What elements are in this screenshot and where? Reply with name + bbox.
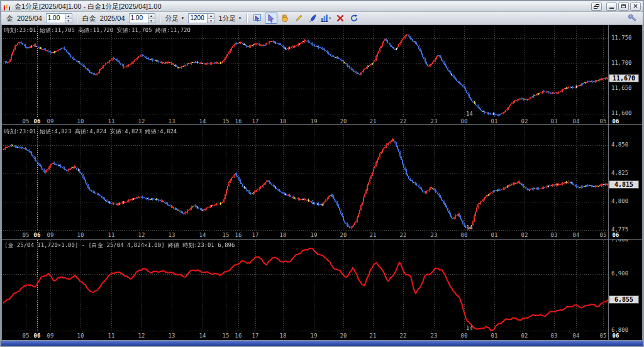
- time-axis-label: 19: [308, 333, 320, 339]
- spin-up-icon[interactable]: ▲: [65, 14, 72, 19]
- price-axis-label: 4,775: [611, 226, 628, 233]
- gold-ratio-spinner[interactable]: 1.00 ▲▼: [46, 13, 72, 23]
- crosshair-select-icon: [253, 14, 262, 23]
- time-axis-label: 11: [105, 333, 118, 339]
- spin-down-icon[interactable]: ▼: [148, 19, 155, 23]
- window-title: 金1分足[2025/04]1.00 - 白金1分足[2025/04]1.00: [14, 2, 162, 11]
- delete-x-icon: [336, 14, 345, 23]
- restore-window-button[interactable]: [591, 3, 602, 11]
- time-axis-label: 23: [428, 118, 440, 124]
- time-axis-label: 03: [548, 118, 560, 124]
- chart-area: 時刻:23:01 始値:11,705 高値:11,720 安値:11,705 終…: [1, 25, 643, 340]
- time-axis-label: 21: [367, 232, 379, 238]
- platinum-label: 白金: [82, 14, 96, 23]
- pen-draw-tool-button[interactable]: [306, 13, 319, 24]
- time-axis-label: 05: [19, 232, 32, 238]
- bar-chart-icon: [321, 14, 331, 23]
- spread-info: [金 25/04 11,720×1.00] - [白金 25/04 4,824×…: [4, 241, 235, 250]
- time-axis-label: 13: [165, 118, 178, 124]
- price-axis-label: 6,900: [611, 270, 628, 277]
- time-axis-label: 14: [196, 118, 209, 124]
- time-axis-label: 12: [135, 118, 148, 124]
- spin-up-icon[interactable]: ▲: [208, 14, 214, 19]
- delete-drawing-tool-button[interactable]: [334, 13, 347, 24]
- window-controls: ×: [591, 3, 641, 11]
- price-axis-label: 4,800: [611, 198, 628, 204]
- maximize-button[interactable]: [618, 3, 629, 11]
- settings-wrench-button[interactable]: [626, 13, 639, 24]
- indicator-chart-tool-button[interactable]: [320, 13, 333, 24]
- spin-down-icon[interactable]: ▼: [208, 19, 214, 23]
- bar-count-spin-buttons: ▲▼: [207, 14, 214, 23]
- time-axis-label: 19: [308, 232, 320, 238]
- time-axis-label: 20: [337, 333, 350, 339]
- app-window: 金1分足[2025/04]1.00 - 白金1分足[2025/04]1.00 ×…: [0, 0, 644, 347]
- platinum-chart-panel: 時刻:23:01 始値:4,823 高値:4,824 安値:4,823 終値:4…: [2, 124, 642, 239]
- crosshair-select-tool-button[interactable]: [251, 13, 264, 24]
- time-axis-label: 05: [597, 232, 609, 238]
- bar-count-spinner[interactable]: 1200 ▲▼: [188, 13, 214, 23]
- price-axis-label: 7,000: [611, 239, 628, 243]
- platinum-ratio-value[interactable]: 1.00: [130, 14, 148, 23]
- spread-time-axis: 0506091011121314151617181920212223000102…: [2, 332, 642, 339]
- platinum-ratio-spinner[interactable]: 1.00 ▲▼: [129, 13, 155, 23]
- price-axis-label: 4,850: [611, 141, 628, 148]
- gold-current-price-label: 11,670: [609, 74, 639, 82]
- time-axis-label: 13: [165, 333, 178, 339]
- maximize-icon: [621, 4, 626, 8]
- spread-line-canvas[interactable]: [3, 240, 608, 331]
- price-axis-label: 11,600: [611, 110, 632, 116]
- platinum-candlestick-canvas[interactable]: [3, 126, 608, 231]
- spin-up-icon[interactable]: ▲: [148, 14, 155, 19]
- price-axis-label: 4,825: [611, 170, 628, 176]
- pencil-draw-tool-button[interactable]: [292, 13, 305, 24]
- gold-ratio-value[interactable]: 1.00: [47, 14, 65, 23]
- minimize-button[interactable]: [606, 3, 617, 11]
- time-axis-label: 15: [219, 333, 232, 339]
- title-bar[interactable]: 金1分足[2025/04]1.00 - 白金1分足[2025/04]1.00 ×: [1, 1, 643, 12]
- gold-time-axis: 0506091011121314151617181920212223000102…: [2, 118, 642, 124]
- time-axis-label: 04: [570, 118, 582, 124]
- time-axis-label: 05: [597, 333, 609, 339]
- hand-icon: [280, 14, 289, 23]
- time-axis-label: 06: [609, 118, 622, 124]
- time-axis-label: 18: [277, 333, 289, 339]
- time-axis-label: 00: [458, 333, 470, 339]
- close-button[interactable]: ×: [630, 3, 641, 11]
- close-icon: ×: [633, 3, 638, 9]
- window-bottom-strip: [1, 340, 643, 346]
- platinum-ratio-spin-buttons: ▲▼: [148, 14, 155, 23]
- spread-chart-panel: [金 25/04 11,720×1.00] - [白金 25/04 4,824×…: [2, 239, 642, 340]
- bar-type-dropdown[interactable]: 分足 ▼: [165, 14, 185, 23]
- time-axis-label: 17: [249, 333, 262, 339]
- date-change-label: 14: [466, 111, 473, 117]
- cursor-tool-button[interactable]: [265, 13, 277, 24]
- platinum-current-price-label: 4,815: [609, 180, 639, 189]
- pencil-icon: [294, 14, 303, 23]
- price-axis-label: 11,700: [611, 60, 632, 66]
- time-axis-label: 22: [397, 118, 409, 124]
- bar-count-value[interactable]: 1200: [189, 14, 207, 23]
- time-axis-label: 15: [219, 118, 232, 124]
- time-axis-label: 17: [249, 232, 262, 238]
- reload-tool-button[interactable]: [348, 13, 360, 24]
- time-axis-label: 09: [44, 118, 57, 124]
- price-axis-label: 11,650: [611, 85, 632, 91]
- interval-dropdown[interactable]: 1分足 ▼: [218, 14, 242, 23]
- time-axis-label: 12: [135, 333, 148, 339]
- time-axis-label: 11: [105, 232, 118, 238]
- app-chart-icon: [3, 3, 12, 10]
- spin-down-icon[interactable]: ▼: [65, 19, 72, 23]
- time-axis-label: 21: [367, 333, 379, 339]
- time-axis-label: 23: [428, 333, 440, 339]
- pan-hand-tool-button[interactable]: [279, 13, 291, 24]
- time-axis-label: 00: [458, 118, 470, 124]
- time-axis-label: 01: [488, 232, 501, 238]
- minimize-icon: [609, 8, 614, 9]
- gold-candlestick-canvas[interactable]: [3, 26, 608, 118]
- time-axis-label: 22: [397, 232, 409, 238]
- time-axis-label: 04: [570, 232, 582, 238]
- time-axis-label: 18: [277, 232, 289, 238]
- time-axis-label: 14: [196, 333, 209, 339]
- time-axis-label: 19: [308, 118, 320, 124]
